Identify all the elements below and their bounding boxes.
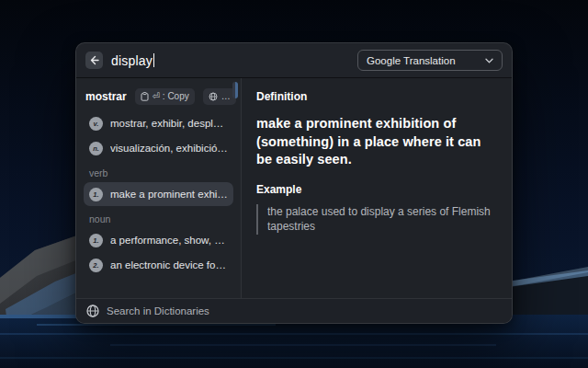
clipboard-icon [141,92,149,101]
translated-word: mostrar [85,90,127,103]
chevron-down-icon [485,58,493,63]
dictionary-globe-icon [86,305,99,317]
dictionary-popup-window: display Google Translation mostrar ⏎ : C… [75,42,513,324]
list-item-translation-noun[interactable]: n. visualización, exhibición, presen... [84,136,233,160]
definition-text: make a prominent exhibition of (somethin… [256,115,497,169]
list-item-definition-selected[interactable]: 1. make a prominent exhibition of (... [84,182,233,206]
list-item-definition-noun-2[interactable]: 2. an electronic device for the visu... [84,253,233,277]
copy-shortcut-label: ⏎ : Copy [153,91,189,101]
copy-shortcut-pill[interactable]: ⏎ : Copy [135,88,195,105]
part-of-speech-badge: n. [89,142,103,155]
detail-panel: Definition make a prominent exhibition o… [242,78,512,298]
sense-number-badge: 2. [89,259,103,272]
result-word-header: mostrar ⏎ : Copy … [85,87,233,105]
list-item-label: visualización, exhibición, presen... [110,143,228,154]
definition-heading: Definition [256,90,497,103]
footer-action-bar[interactable]: Search in Dictionaries [76,298,512,323]
example-quote: the palace used to display a series of F… [256,204,497,236]
part-of-speech-badge: v. [89,117,103,131]
results-list-panel: mostrar ⏎ : Copy … [76,78,242,298]
group-heading-noun: noun [89,213,228,224]
search-bar: display Google Translation [76,43,512,78]
example-heading: Example [256,183,497,196]
list-item-label: make a prominent exhibition of (... [110,189,228,200]
search-input[interactable]: display [111,53,154,68]
footer-action-label: Search in Dictionaries [107,305,209,316]
back-button[interactable] [85,52,103,69]
text-caret [153,53,155,67]
list-scrollbar-thumb[interactable] [232,82,238,98]
translation-source-dropdown[interactable]: Google Translation [357,50,503,71]
list-item-translation-verb[interactable]: v. mostrar, exhibir, desplegar, exp... [84,111,233,135]
language-more-label: … [221,91,231,101]
group-heading-verb: verb [89,167,228,178]
language-more-pill[interactable]: … [203,88,236,105]
globe-icon [209,92,218,101]
content-area: mostrar ⏎ : Copy … [76,78,512,298]
sense-number-badge: 1. [89,188,103,201]
list-item-label: a performance, show, or event i... [110,235,228,246]
search-query-text: display [111,53,153,68]
arrow-left-icon [89,55,99,65]
list-item-label: an electronic device for the visu... [110,259,228,270]
dropdown-selected-label: Google Translation [367,55,456,66]
list-item-definition-noun-1[interactable]: 1. a performance, show, or event i... [84,228,233,252]
sense-number-badge: 1. [89,234,103,247]
list-item-label: mostrar, exhibir, desplegar, exp... [110,118,228,129]
